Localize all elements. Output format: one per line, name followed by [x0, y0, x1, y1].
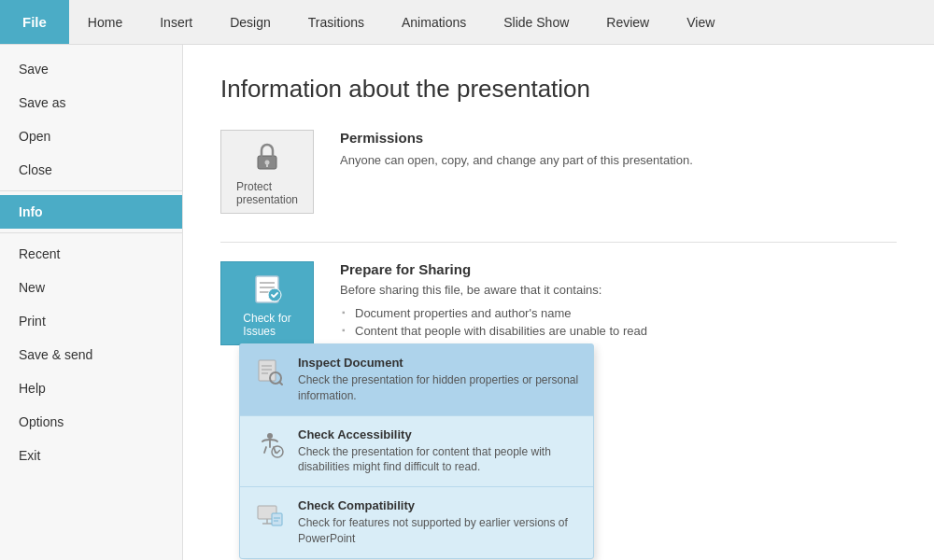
lock-icon: [248, 137, 286, 175]
page-title: Information about the presentation: [220, 75, 897, 104]
prepare-list-item: Content that people with disabilities ar…: [340, 322, 647, 340]
sidebar-item-info[interactable]: Info: [0, 195, 182, 229]
section-divider: [220, 242, 897, 243]
check-compatibility-icon: [253, 498, 287, 532]
svg-point-1: [265, 161, 270, 165]
app-layout: Save Save as Open Close Info Recent New …: [0, 45, 934, 560]
check-accessibility-icon: [253, 427, 287, 461]
sidebar-item-savesend[interactable]: Save & send: [0, 338, 182, 371]
inspect-document-heading: Inspect Document: [298, 356, 580, 370]
sidebar: Save Save as Open Close Info Recent New …: [0, 45, 183, 560]
check-accessibility-item[interactable]: Check Accessibility Check the presentati…: [240, 416, 593, 488]
main-content: Information about the presentation Prote…: [183, 45, 934, 560]
sidebar-divider-1: [0, 190, 182, 191]
menu-file[interactable]: File: [0, 0, 69, 44]
prepare-intro: Before sharing this file, be aware that …: [340, 283, 647, 297]
svg-rect-19: [272, 513, 282, 525]
check-compatibility-heading: Check Compatibility: [298, 498, 580, 512]
sidebar-item-open[interactable]: Open: [0, 119, 182, 153]
check-compatibility-text: Check Compatibility Check for features n…: [298, 498, 580, 547]
inspect-document-description: Check the presentation for hidden proper…: [298, 372, 580, 404]
permissions-section: Protectpresentation Permissions Anyone c…: [220, 130, 897, 214]
inspect-document-icon: [253, 356, 287, 389]
check-issues-icon: [248, 269, 286, 306]
prepare-section: Check forIssues Prepare for Sharing Befo…: [220, 261, 897, 345]
menu-animations[interactable]: Animations: [383, 0, 485, 44]
check-issues-dropdown: Inspect Document Check the presentation …: [239, 343, 594, 559]
check-accessibility-heading: Check Accessibility: [298, 427, 580, 441]
svg-rect-8: [259, 360, 276, 381]
menubar: File Home Insert Design Trasitions Anima…: [0, 0, 934, 45]
menu-insert[interactable]: Insert: [141, 0, 211, 44]
sidebar-item-help[interactable]: Help: [0, 371, 182, 405]
prepare-list-item: Document properties and author's name: [340, 304, 647, 322]
prepare-text: Prepare for Sharing Before sharing this …: [340, 261, 647, 340]
sidebar-item-options[interactable]: Options: [0, 405, 182, 439]
prepare-heading: Prepare for Sharing: [340, 261, 647, 277]
sidebar-item-exit[interactable]: Exit: [0, 439, 182, 472]
check-compatibility-item[interactable]: Check Compatibility Check for features n…: [240, 487, 593, 558]
sidebar-item-save[interactable]: Save: [0, 52, 182, 86]
inspect-document-item[interactable]: Inspect Document Check the presentation …: [240, 344, 593, 416]
sidebar-divider-2: [0, 232, 182, 233]
sidebar-item-print[interactable]: Print: [0, 304, 182, 338]
prepare-list: Document properties and author's name Co…: [340, 304, 647, 340]
svg-line-13: [279, 382, 282, 385]
permissions-text: Permissions Anyone can open, copy, and c…: [340, 130, 693, 170]
inspect-document-text: Inspect Document Check the presentation …: [298, 356, 580, 404]
protect-presentation-button[interactable]: Protectpresentation: [220, 130, 314, 214]
check-compatibility-description: Check for features not supported by earl…: [298, 515, 580, 547]
check-issues-button[interactable]: Check forIssues: [220, 261, 314, 345]
check-issues-label: Check forIssues: [243, 312, 290, 338]
sidebar-item-close[interactable]: Close: [0, 153, 182, 187]
svg-point-14: [267, 433, 273, 439]
check-accessibility-text: Check Accessibility Check the presentati…: [298, 427, 580, 476]
protect-presentation-label: Protectpresentation: [236, 180, 298, 206]
menu-slideshow[interactable]: Slide Show: [485, 0, 587, 44]
permissions-heading: Permissions: [340, 130, 693, 146]
menu-review[interactable]: Review: [587, 0, 668, 44]
menu-home[interactable]: Home: [69, 0, 141, 44]
check-accessibility-description: Check the presentation for content that …: [298, 444, 580, 476]
permissions-description: Anyone can open, copy, and change any pa…: [340, 151, 693, 170]
menu-design[interactable]: Design: [211, 0, 290, 44]
sidebar-item-saveas[interactable]: Save as: [0, 86, 182, 119]
menu-view[interactable]: View: [668, 0, 733, 44]
menu-transitions[interactable]: Trasitions: [290, 0, 383, 44]
sidebar-item-recent[interactable]: Recent: [0, 237, 182, 271]
sidebar-item-new[interactable]: New: [0, 271, 182, 304]
